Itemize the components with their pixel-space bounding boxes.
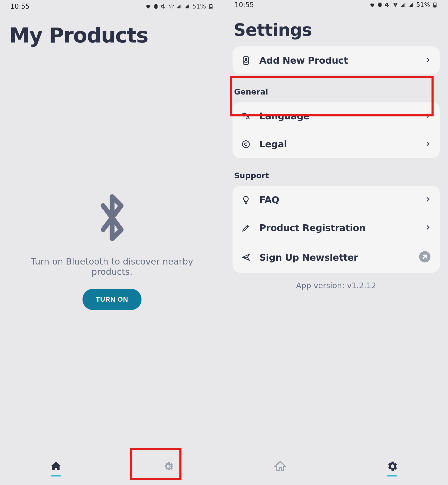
screen-my-products: 10:55 51% My Products Turn on Bluetooth … bbox=[0, 0, 224, 485]
home-icon bbox=[50, 460, 62, 472]
svg-rect-4 bbox=[434, 5, 436, 7]
svg-point-8 bbox=[245, 60, 247, 63]
battery-icon bbox=[208, 4, 214, 9]
add-product-row[interactable]: Add New Product bbox=[233, 46, 440, 74]
lightbulb-icon bbox=[241, 195, 251, 205]
empty-state: Turn on Bluetooth to discover nearby pro… bbox=[0, 192, 224, 310]
chevron-right-icon bbox=[425, 57, 431, 64]
language-row[interactable]: Language bbox=[233, 102, 440, 130]
translate-icon bbox=[241, 112, 251, 121]
nav-home[interactable] bbox=[274, 460, 286, 477]
mute-icon bbox=[161, 4, 167, 9]
pencil-icon bbox=[241, 223, 251, 233]
external-link-icon bbox=[419, 251, 431, 264]
svg-rect-5 bbox=[434, 3, 436, 3]
screen-settings: 10:55 51% Settings Add New Product bbox=[224, 0, 448, 485]
nav-settings[interactable] bbox=[162, 460, 174, 477]
heart-icon bbox=[145, 4, 151, 9]
home-icon bbox=[274, 460, 286, 472]
signal-icon bbox=[176, 4, 182, 9]
alarm-icon bbox=[153, 4, 159, 9]
battery-percent: 51% bbox=[416, 1, 430, 8]
gear-icon bbox=[386, 460, 398, 472]
signal-icon-2 bbox=[184, 4, 190, 9]
copyright-icon bbox=[241, 140, 251, 149]
row-label: Add New Product bbox=[259, 55, 416, 66]
row-label: FAQ bbox=[259, 194, 416, 205]
general-card: Language Legal bbox=[233, 102, 440, 158]
status-bar: 10:55 51% bbox=[224, 0, 448, 10]
status-bar: 10:55 51% bbox=[0, 0, 224, 12]
bluetooth-icon bbox=[94, 192, 130, 244]
add-product-card: Add New Product bbox=[233, 46, 440, 74]
legal-row[interactable]: Legal bbox=[233, 130, 440, 158]
mute-icon bbox=[385, 2, 391, 8]
row-label: Language bbox=[259, 111, 416, 121]
status-icons: 51% bbox=[369, 1, 438, 8]
signal-icon bbox=[400, 2, 406, 8]
faq-row[interactable]: FAQ bbox=[233, 186, 440, 214]
svg-rect-1 bbox=[210, 7, 212, 8]
newsletter-row[interactable]: Sign Up Newsletter bbox=[233, 242, 440, 273]
product-registration-row[interactable]: Product Registration bbox=[233, 214, 440, 242]
section-header-support: Support bbox=[233, 166, 440, 186]
nav-home[interactable] bbox=[50, 460, 62, 477]
row-label: Legal bbox=[259, 139, 416, 149]
app-version: App version: v1.2.12 bbox=[233, 281, 440, 290]
nav-settings[interactable] bbox=[386, 460, 398, 477]
nav-home-indicator bbox=[51, 475, 61, 477]
send-icon bbox=[241, 253, 251, 262]
nav-settings-indicator bbox=[163, 475, 173, 477]
status-time: 10:55 bbox=[235, 1, 254, 9]
bluetooth-hint: Turn on Bluetooth to discover nearby pro… bbox=[9, 256, 215, 277]
alarm-icon bbox=[377, 2, 383, 8]
bottom-nav bbox=[0, 452, 224, 485]
support-card: FAQ Product Registration Sign Up Newslet… bbox=[233, 186, 440, 273]
nav-settings-indicator bbox=[387, 475, 397, 477]
svg-point-9 bbox=[243, 141, 250, 148]
chevron-right-icon bbox=[425, 141, 431, 148]
battery-percent: 51% bbox=[192, 3, 206, 10]
chevron-right-icon bbox=[425, 113, 431, 120]
row-label: Sign Up Newsletter bbox=[259, 252, 410, 263]
svg-rect-2 bbox=[210, 4, 212, 5]
status-icons: 51% bbox=[145, 3, 214, 10]
turn-on-bluetooth-button[interactable]: TURN ON bbox=[82, 289, 142, 310]
section-header-general: General bbox=[233, 82, 440, 102]
chevron-right-icon bbox=[425, 196, 431, 203]
page-title: Settings bbox=[224, 10, 448, 46]
status-time: 10:55 bbox=[10, 3, 30, 10]
page-title: My Products bbox=[0, 12, 224, 46]
chevron-right-icon bbox=[425, 224, 431, 232]
gear-icon bbox=[162, 460, 174, 472]
row-label: Product Registration bbox=[259, 223, 416, 233]
svg-point-7 bbox=[245, 58, 247, 59]
wifi-icon bbox=[169, 4, 174, 9]
bottom-nav bbox=[224, 452, 448, 485]
speaker-icon bbox=[241, 56, 251, 65]
signal-icon-2 bbox=[408, 2, 414, 8]
nav-home-indicator bbox=[275, 475, 285, 477]
heart-icon bbox=[369, 2, 375, 8]
wifi-icon bbox=[393, 2, 398, 8]
battery-icon bbox=[432, 2, 438, 8]
